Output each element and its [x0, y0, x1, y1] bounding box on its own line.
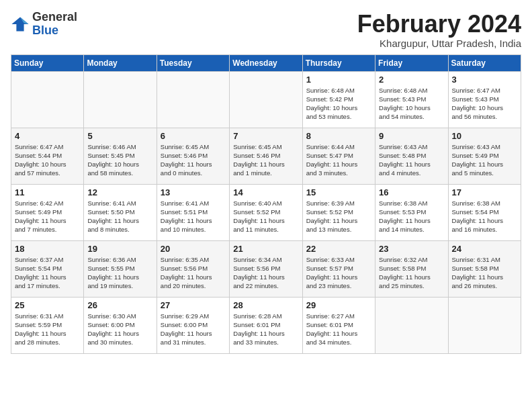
calendar-cell: 14Sunrise: 6:40 AM Sunset: 5:52 PM Dayli…	[230, 184, 302, 240]
calendar-cell	[448, 297, 521, 353]
day-info: Sunrise: 6:38 AM Sunset: 5:53 PM Dayligh…	[379, 199, 444, 234]
calendar-cell: 15Sunrise: 6:39 AM Sunset: 5:52 PM Dayli…	[302, 184, 375, 240]
calendar-cell: 18Sunrise: 6:37 AM Sunset: 5:54 PM Dayli…	[11, 240, 84, 297]
calendar-header: SundayMondayTuesdayWednesdayThursdayFrid…	[11, 54, 521, 71]
calendar-cell: 13Sunrise: 6:41 AM Sunset: 5:51 PM Dayli…	[157, 184, 229, 240]
logo-general: General	[32, 11, 77, 24]
logo-icon	[11, 15, 30, 34]
day-info: Sunrise: 6:34 AM Sunset: 5:56 PM Dayligh…	[233, 255, 298, 291]
column-header-saturday: Saturday	[448, 54, 521, 71]
day-info: Sunrise: 6:44 AM Sunset: 5:47 PM Dayligh…	[306, 142, 371, 178]
day-number: 28	[233, 300, 298, 310]
day-info: Sunrise: 6:45 AM Sunset: 5:46 PM Dayligh…	[233, 142, 298, 178]
calendar-body: 1Sunrise: 6:48 AM Sunset: 5:42 PM Daylig…	[11, 71, 521, 353]
calendar-cell: 22Sunrise: 6:33 AM Sunset: 5:57 PM Dayli…	[302, 240, 375, 297]
day-number: 13	[161, 187, 226, 197]
calendar-cell: 3Sunrise: 6:47 AM Sunset: 5:43 PM Daylig…	[448, 71, 521, 128]
day-info: Sunrise: 6:33 AM Sunset: 5:57 PM Dayligh…	[306, 255, 371, 291]
calendar-cell: 5Sunrise: 6:46 AM Sunset: 5:45 PM Daylig…	[84, 128, 157, 184]
day-number: 25	[15, 300, 80, 310]
calendar-cell	[84, 71, 157, 128]
calendar-cell: 20Sunrise: 6:35 AM Sunset: 5:56 PM Dayli…	[157, 240, 229, 297]
column-header-friday: Friday	[375, 54, 448, 71]
day-info: Sunrise: 6:47 AM Sunset: 5:44 PM Dayligh…	[15, 142, 80, 178]
day-info: Sunrise: 6:40 AM Sunset: 5:52 PM Dayligh…	[233, 199, 298, 234]
calendar-cell: 4Sunrise: 6:47 AM Sunset: 5:44 PM Daylig…	[11, 128, 84, 184]
calendar-cell	[157, 71, 229, 128]
calendar-cell: 26Sunrise: 6:30 AM Sunset: 6:00 PM Dayli…	[84, 297, 157, 353]
day-number: 16	[379, 187, 444, 197]
day-info: Sunrise: 6:43 AM Sunset: 5:48 PM Dayligh…	[379, 142, 444, 178]
calendar-cell: 17Sunrise: 6:38 AM Sunset: 5:54 PM Dayli…	[448, 184, 521, 240]
calendar-cell: 1Sunrise: 6:48 AM Sunset: 5:42 PM Daylig…	[302, 71, 375, 128]
day-info: Sunrise: 6:37 AM Sunset: 5:54 PM Dayligh…	[15, 255, 80, 291]
day-number: 12	[87, 187, 152, 197]
calendar-cell: 7Sunrise: 6:45 AM Sunset: 5:46 PM Daylig…	[230, 128, 302, 184]
column-header-thursday: Thursday	[302, 54, 375, 71]
column-header-tuesday: Tuesday	[157, 54, 229, 71]
day-info: Sunrise: 6:31 AM Sunset: 5:58 PM Dayligh…	[452, 255, 517, 291]
calendar-cell: 9Sunrise: 6:43 AM Sunset: 5:48 PM Daylig…	[375, 128, 448, 184]
day-number: 15	[306, 187, 371, 197]
day-info: Sunrise: 6:45 AM Sunset: 5:46 PM Dayligh…	[161, 142, 226, 178]
calendar-cell	[230, 71, 302, 128]
day-info: Sunrise: 6:28 AM Sunset: 6:01 PM Dayligh…	[233, 312, 298, 347]
day-info: Sunrise: 6:38 AM Sunset: 5:54 PM Dayligh…	[452, 199, 517, 234]
day-info: Sunrise: 6:48 AM Sunset: 5:42 PM Dayligh…	[306, 86, 371, 122]
day-number: 5	[87, 131, 152, 141]
day-number: 21	[233, 244, 298, 254]
day-info: Sunrise: 6:39 AM Sunset: 5:52 PM Dayligh…	[306, 199, 371, 234]
header-row: SundayMondayTuesdayWednesdayThursdayFrid…	[11, 54, 521, 71]
week-row-3: 11Sunrise: 6:42 AM Sunset: 5:49 PM Dayli…	[11, 184, 521, 240]
day-number: 19	[87, 244, 152, 254]
day-number: 11	[15, 187, 80, 197]
day-info: Sunrise: 6:41 AM Sunset: 5:50 PM Dayligh…	[87, 199, 152, 234]
svg-marker-0	[11, 17, 28, 31]
calendar-cell: 19Sunrise: 6:36 AM Sunset: 5:55 PM Dayli…	[84, 240, 157, 297]
day-info: Sunrise: 6:35 AM Sunset: 5:56 PM Dayligh…	[161, 255, 226, 291]
calendar-cell	[375, 297, 448, 353]
day-number: 22	[306, 244, 371, 254]
day-number: 8	[306, 131, 371, 141]
calendar-cell: 24Sunrise: 6:31 AM Sunset: 5:58 PM Dayli…	[448, 240, 521, 297]
day-number: 4	[15, 131, 80, 141]
day-number: 29	[306, 300, 371, 310]
day-info: Sunrise: 6:48 AM Sunset: 5:43 PM Dayligh…	[379, 86, 444, 122]
day-info: Sunrise: 6:30 AM Sunset: 6:00 PM Dayligh…	[87, 312, 152, 347]
week-row-1: 1Sunrise: 6:48 AM Sunset: 5:42 PM Daylig…	[11, 71, 521, 128]
day-number: 6	[161, 131, 226, 141]
day-number: 17	[452, 187, 517, 197]
title-month-year: February 2024	[357, 11, 521, 38]
logo-text: General Blue	[32, 11, 77, 38]
week-row-4: 18Sunrise: 6:37 AM Sunset: 5:54 PM Dayli…	[11, 240, 521, 297]
logo: General Blue	[11, 11, 77, 38]
day-number: 2	[379, 75, 444, 85]
day-info: Sunrise: 6:29 AM Sunset: 6:00 PM Dayligh…	[161, 312, 226, 347]
calendar-cell: 23Sunrise: 6:32 AM Sunset: 5:58 PM Dayli…	[375, 240, 448, 297]
calendar-cell: 28Sunrise: 6:28 AM Sunset: 6:01 PM Dayli…	[230, 297, 302, 353]
day-info: Sunrise: 6:43 AM Sunset: 5:49 PM Dayligh…	[452, 142, 517, 178]
day-number: 7	[233, 131, 298, 141]
day-info: Sunrise: 6:32 AM Sunset: 5:58 PM Dayligh…	[379, 255, 444, 291]
calendar-cell: 16Sunrise: 6:38 AM Sunset: 5:53 PM Dayli…	[375, 184, 448, 240]
page-header: General Blue February 2024 Khargupur, Ut…	[11, 11, 521, 49]
column-header-wednesday: Wednesday	[230, 54, 302, 71]
column-header-monday: Monday	[84, 54, 157, 71]
calendar-cell: 10Sunrise: 6:43 AM Sunset: 5:49 PM Dayli…	[448, 128, 521, 184]
day-info: Sunrise: 6:42 AM Sunset: 5:49 PM Dayligh…	[15, 199, 80, 234]
calendar-cell: 27Sunrise: 6:29 AM Sunset: 6:00 PM Dayli…	[157, 297, 229, 353]
day-number: 18	[15, 244, 80, 254]
day-number: 3	[452, 75, 517, 85]
calendar-cell	[11, 71, 84, 128]
day-number: 10	[452, 131, 517, 141]
calendar-cell: 2Sunrise: 6:48 AM Sunset: 5:43 PM Daylig…	[375, 71, 448, 128]
calendar-cell: 11Sunrise: 6:42 AM Sunset: 5:49 PM Dayli…	[11, 184, 84, 240]
week-row-2: 4Sunrise: 6:47 AM Sunset: 5:44 PM Daylig…	[11, 128, 521, 184]
day-info: Sunrise: 6:36 AM Sunset: 5:55 PM Dayligh…	[87, 255, 152, 291]
day-number: 24	[452, 244, 517, 254]
column-header-sunday: Sunday	[11, 54, 84, 71]
day-number: 23	[379, 244, 444, 254]
day-number: 26	[87, 300, 152, 310]
calendar-cell: 8Sunrise: 6:44 AM Sunset: 5:47 PM Daylig…	[302, 128, 375, 184]
calendar-cell: 6Sunrise: 6:45 AM Sunset: 5:46 PM Daylig…	[157, 128, 229, 184]
